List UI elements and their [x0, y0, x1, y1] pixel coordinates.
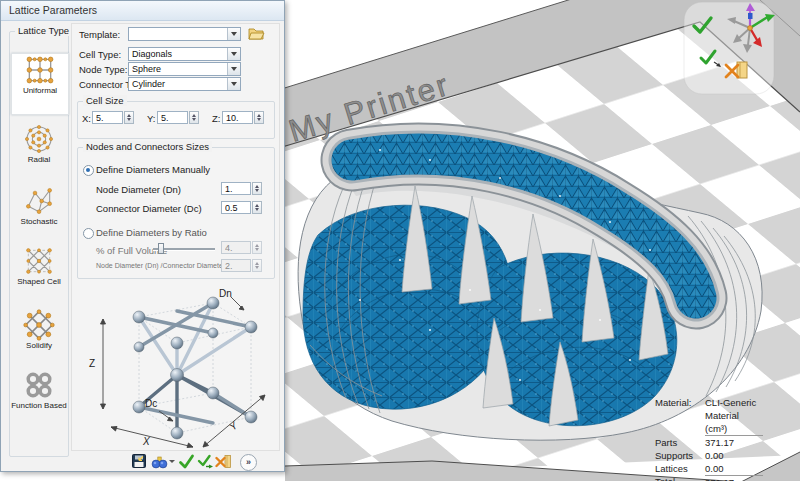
preview-icon[interactable]: [151, 453, 168, 470]
cell-size-x-label: X:: [82, 113, 91, 124]
node-diameter-spinner[interactable]: [252, 182, 262, 195]
node-type-label: Node Type:: [79, 64, 127, 75]
sidebar-item-uniformal[interactable]: Uniformal: [11, 53, 69, 115]
volume-percent-slider[interactable]: [153, 243, 215, 254]
volume-percent-spinner[interactable]: [252, 241, 262, 254]
total-row: Total 371.17: [655, 475, 800, 481]
sidebar-item-radial[interactable]: Radial: [11, 123, 67, 181]
connector-type-dropdown-button[interactable]: [227, 78, 240, 90]
apply-icon[interactable]: [197, 453, 214, 470]
diagram-dc-label: Dc: [145, 398, 157, 409]
radial-lattice-icon: [23, 123, 55, 155]
viewport-action-panel: [684, 2, 774, 94]
cell-size-z-label: Z:: [212, 113, 220, 124]
lattice-type-group-label: Lattice Type: [15, 25, 72, 36]
preview-dropdown-caret[interactable]: [169, 460, 175, 463]
diagram-z-label: Z: [89, 358, 95, 369]
define-manually-radio[interactable]: [83, 165, 94, 176]
cancel-icon[interactable]: [215, 453, 232, 470]
dialog-titlebar[interactable]: Lattice Parameters: [1, 1, 284, 21]
cell-type-label: Cell Type:: [79, 49, 121, 60]
nodes-connectors-group-label: Nodes and Connectors Sizes: [83, 141, 212, 152]
diameter-ratio-spinner[interactable]: [252, 259, 262, 272]
cell-size-y-spinner[interactable]: [189, 111, 199, 124]
cell-size-group-label: Cell Size: [83, 95, 127, 106]
solidify-lattice-icon: [23, 309, 55, 341]
lattices-row: Lattices 0.00: [655, 462, 800, 475]
stochastic-lattice-icon: [23, 185, 55, 217]
supports-row: Supports 0.00: [655, 449, 800, 462]
ok-icon[interactable]: [178, 453, 195, 470]
diameter-ratio-label: Node Diameter (Dn) /Connector Diameter (…: [96, 262, 240, 269]
template-combobox[interactable]: [128, 27, 241, 41]
volume-percent-input[interactable]: [221, 241, 251, 254]
cell-size-z-spinner[interactable]: [254, 111, 264, 124]
diameter-ratio-input[interactable]: [221, 259, 251, 272]
material-value: CLI-Generic: [705, 396, 763, 409]
connector-diameter-spinner[interactable]: [252, 201, 262, 214]
node-type-combobox[interactable]: Sphere: [128, 62, 241, 76]
lattice-parameters-dialog: Lattice Parameters Lattice Type Uniforma…: [0, 0, 285, 472]
dialog-title: Lattice Parameters: [9, 4, 97, 16]
node-diameter-label: Node Diameter (Dn): [96, 184, 181, 195]
diagram-x-label: X: [142, 436, 150, 447]
material-info-panel: Material: CLI-Generic Material (cm³) Par…: [655, 396, 800, 481]
shaped-cell-lattice-icon: [23, 245, 55, 277]
connector-diameter-label: Connector Diameter (Dc): [96, 203, 202, 214]
cell-type-dropdown-button[interactable]: [227, 48, 240, 60]
save-template-icon[interactable]: [131, 453, 148, 470]
define-manually-label: Define Diameters Manually: [96, 164, 210, 175]
sidebar-item-shaped-cell[interactable]: Shaped Cell: [11, 245, 67, 307]
parts-row: Parts 371.17: [655, 436, 800, 449]
cell-size-x-input[interactable]: [92, 111, 123, 124]
sidebar-item-stochastic[interactable]: Stochastic: [11, 185, 67, 243]
uniform-lattice-icon: [24, 54, 56, 86]
unit-header-row: Material (cm³): [655, 409, 800, 436]
node-diameter-input[interactable]: [221, 182, 251, 195]
cell-size-y-input[interactable]: [157, 111, 188, 124]
open-template-folder-icon[interactable]: [248, 26, 265, 41]
template-label: Template:: [79, 29, 120, 40]
diagram-dn-label: Dn: [219, 288, 232, 299]
connector-type-combobox[interactable]: Cylinder: [128, 77, 241, 91]
sidebar-item-function-based[interactable]: Function Based: [11, 369, 67, 431]
function-based-lattice-icon: [23, 369, 55, 401]
lattice-cell-diagram: Z X Y Dn Dc: [81, 285, 273, 449]
define-by-ratio-label: Define Diameters by Ratio: [96, 227, 207, 238]
sidebar-item-solidify[interactable]: Solidify: [11, 309, 67, 367]
slider-handle[interactable]: [158, 243, 164, 254]
material-label: Material:: [655, 396, 705, 409]
define-by-ratio-radio[interactable]: [83, 228, 94, 239]
application-window: My Printer: [0, 0, 800, 481]
cell-size-z-input[interactable]: [222, 111, 253, 124]
expand-options-button[interactable]: »: [240, 454, 257, 471]
cell-size-x-spinner[interactable]: [124, 111, 134, 124]
cell-type-combobox[interactable]: Diagonals: [128, 47, 241, 61]
material-row: Material: CLI-Generic: [655, 396, 800, 409]
template-dropdown-button[interactable]: [227, 28, 240, 40]
cell-size-y-label: Y:: [147, 113, 155, 124]
connector-diameter-input[interactable]: [221, 201, 251, 214]
node-type-dropdown-button[interactable]: [227, 63, 240, 75]
unit-header: Material (cm³): [705, 409, 763, 436]
